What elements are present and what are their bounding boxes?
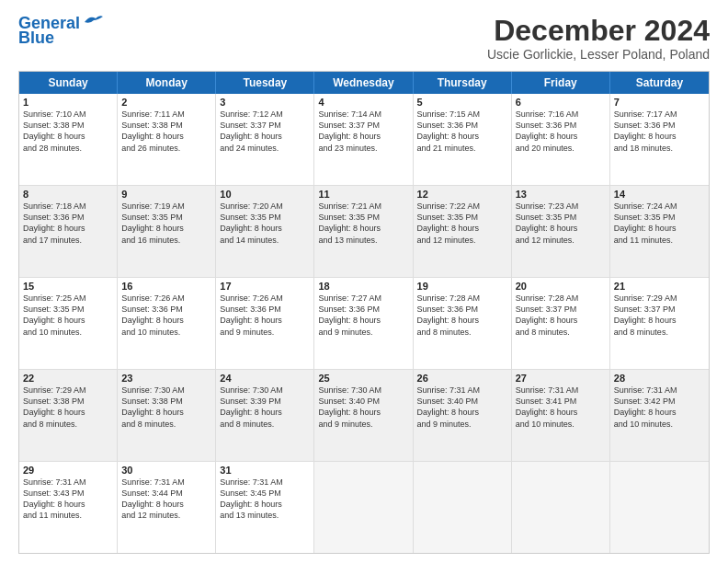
weekday-header-monday: Monday xyxy=(118,72,216,94)
cal-cell-3-2: 16Sunrise: 7:26 AMSunset: 3:36 PMDayligh… xyxy=(118,278,216,369)
calendar-header: SundayMondayTuesdayWednesdayThursdayFrid… xyxy=(19,72,709,94)
cal-cell-2-1: 8Sunrise: 7:18 AMSunset: 3:36 PMDaylight… xyxy=(19,186,118,277)
day-number: 24 xyxy=(220,373,310,384)
cal-cell-2-7: 14Sunrise: 7:24 AMSunset: 3:35 PMDayligh… xyxy=(610,186,709,277)
cal-cell-2-4: 11Sunrise: 7:21 AMSunset: 3:35 PMDayligh… xyxy=(314,186,413,277)
cal-cell-4-6: 27Sunrise: 7:31 AMSunset: 3:41 PMDayligh… xyxy=(512,370,610,461)
cal-cell-3-7: 21Sunrise: 7:29 AMSunset: 3:37 PMDayligh… xyxy=(610,278,709,369)
cal-cell-1-5: 5Sunrise: 7:15 AMSunset: 3:36 PMDaylight… xyxy=(414,94,512,185)
cal-cell-5-2: 30Sunrise: 7:31 AMSunset: 3:44 PMDayligh… xyxy=(118,462,216,553)
day-number: 25 xyxy=(318,373,408,384)
cal-cell-4-1: 22Sunrise: 7:29 AMSunset: 3:38 PMDayligh… xyxy=(19,370,118,461)
cell-info: Sunrise: 7:31 AMSunset: 3:45 PMDaylight:… xyxy=(220,477,310,522)
day-number: 29 xyxy=(23,465,113,476)
day-number: 16 xyxy=(121,281,211,292)
weekday-header-thursday: Thursday xyxy=(414,72,512,94)
day-number: 9 xyxy=(121,189,211,200)
cal-cell-2-5: 12Sunrise: 7:22 AMSunset: 3:35 PMDayligh… xyxy=(414,186,512,277)
day-number: 27 xyxy=(516,373,606,384)
cell-info: Sunrise: 7:30 AMSunset: 3:38 PMDaylight:… xyxy=(121,385,211,430)
calendar-row-2: 8Sunrise: 7:18 AMSunset: 3:36 PMDaylight… xyxy=(19,185,709,277)
weekday-header-saturday: Saturday xyxy=(610,72,709,94)
cell-info: Sunrise: 7:12 AMSunset: 3:37 PMDaylight:… xyxy=(220,109,310,154)
day-number: 19 xyxy=(417,281,507,292)
cell-info: Sunrise: 7:20 AMSunset: 3:35 PMDaylight:… xyxy=(220,201,310,246)
day-number: 5 xyxy=(417,97,507,108)
cell-info: Sunrise: 7:10 AMSunset: 3:38 PMDaylight:… xyxy=(23,109,113,154)
cell-info: Sunrise: 7:15 AMSunset: 3:36 PMDaylight:… xyxy=(417,109,507,154)
weekday-header-friday: Friday xyxy=(512,72,610,94)
cal-cell-1-2: 2Sunrise: 7:11 AMSunset: 3:38 PMDaylight… xyxy=(118,94,216,185)
logo-bird-icon xyxy=(83,13,103,29)
day-number: 22 xyxy=(23,373,113,384)
cal-cell-3-1: 15Sunrise: 7:25 AMSunset: 3:35 PMDayligh… xyxy=(19,278,118,369)
header: General Blue December 2024 Uscie Gorlick… xyxy=(18,15,710,62)
cell-info: Sunrise: 7:31 AMSunset: 3:41 PMDaylight:… xyxy=(516,385,606,430)
cal-cell-1-3: 3Sunrise: 7:12 AMSunset: 3:37 PMDaylight… xyxy=(216,94,314,185)
title-block: December 2024 Uscie Gorlickie, Lesser Po… xyxy=(487,15,710,62)
cal-cell-3-3: 17Sunrise: 7:26 AMSunset: 3:36 PMDayligh… xyxy=(216,278,314,369)
day-number: 30 xyxy=(121,465,211,476)
cal-cell-3-4: 18Sunrise: 7:27 AMSunset: 3:36 PMDayligh… xyxy=(314,278,413,369)
cell-info: Sunrise: 7:11 AMSunset: 3:38 PMDaylight:… xyxy=(121,109,211,154)
cell-info: Sunrise: 7:30 AMSunset: 3:39 PMDaylight:… xyxy=(220,385,310,430)
month-year-title: December 2024 xyxy=(487,15,710,47)
day-number: 31 xyxy=(220,465,310,476)
cell-info: Sunrise: 7:25 AMSunset: 3:35 PMDaylight:… xyxy=(23,293,113,338)
cal-cell-2-2: 9Sunrise: 7:19 AMSunset: 3:35 PMDaylight… xyxy=(118,186,216,277)
day-number: 10 xyxy=(220,189,310,200)
calendar-row-4: 22Sunrise: 7:29 AMSunset: 3:38 PMDayligh… xyxy=(19,369,709,461)
weekday-header-wednesday: Wednesday xyxy=(314,72,413,94)
cal-cell-1-1: 1Sunrise: 7:10 AMSunset: 3:38 PMDaylight… xyxy=(19,94,118,185)
cal-cell-4-5: 26Sunrise: 7:31 AMSunset: 3:40 PMDayligh… xyxy=(414,370,512,461)
cell-info: Sunrise: 7:28 AMSunset: 3:36 PMDaylight:… xyxy=(417,293,507,338)
cell-info: Sunrise: 7:24 AMSunset: 3:35 PMDaylight:… xyxy=(614,201,705,246)
logo: General Blue xyxy=(18,15,103,46)
day-number: 17 xyxy=(220,281,310,292)
calendar: SundayMondayTuesdayWednesdayThursdayFrid… xyxy=(18,71,710,554)
day-number: 3 xyxy=(220,97,310,108)
cal-cell-3-6: 20Sunrise: 7:28 AMSunset: 3:37 PMDayligh… xyxy=(512,278,610,369)
cell-info: Sunrise: 7:31 AMSunset: 3:40 PMDaylight:… xyxy=(417,385,507,430)
cal-cell-4-2: 23Sunrise: 7:30 AMSunset: 3:38 PMDayligh… xyxy=(118,370,216,461)
logo-blue-text: Blue xyxy=(18,29,54,46)
cal-cell-4-4: 25Sunrise: 7:30 AMSunset: 3:40 PMDayligh… xyxy=(314,370,413,461)
cal-cell-5-6 xyxy=(512,462,610,553)
day-number: 15 xyxy=(23,281,113,292)
cal-cell-2-3: 10Sunrise: 7:20 AMSunset: 3:35 PMDayligh… xyxy=(216,186,314,277)
cell-info: Sunrise: 7:31 AMSunset: 3:43 PMDaylight:… xyxy=(23,477,113,522)
cell-info: Sunrise: 7:19 AMSunset: 3:35 PMDaylight:… xyxy=(121,201,211,246)
day-number: 13 xyxy=(516,189,606,200)
cell-info: Sunrise: 7:29 AMSunset: 3:38 PMDaylight:… xyxy=(23,385,113,430)
cell-info: Sunrise: 7:31 AMSunset: 3:44 PMDaylight:… xyxy=(121,477,211,522)
day-number: 23 xyxy=(121,373,211,384)
cal-cell-1-6: 6Sunrise: 7:16 AMSunset: 3:36 PMDaylight… xyxy=(512,94,610,185)
day-number: 1 xyxy=(23,97,113,108)
location-subtitle: Uscie Gorlickie, Lesser Poland, Poland xyxy=(487,47,710,62)
day-number: 21 xyxy=(614,281,705,292)
day-number: 20 xyxy=(516,281,606,292)
calendar-row-1: 1Sunrise: 7:10 AMSunset: 3:38 PMDaylight… xyxy=(19,94,709,185)
weekday-header-sunday: Sunday xyxy=(19,72,118,94)
day-number: 7 xyxy=(614,97,705,108)
cell-info: Sunrise: 7:29 AMSunset: 3:37 PMDaylight:… xyxy=(614,293,705,338)
cell-info: Sunrise: 7:27 AMSunset: 3:36 PMDaylight:… xyxy=(318,293,408,338)
day-number: 8 xyxy=(23,189,113,200)
cal-cell-5-1: 29Sunrise: 7:31 AMSunset: 3:43 PMDayligh… xyxy=(19,462,118,553)
cell-info: Sunrise: 7:17 AMSunset: 3:36 PMDaylight:… xyxy=(614,109,705,154)
day-number: 4 xyxy=(318,97,408,108)
calendar-row-3: 15Sunrise: 7:25 AMSunset: 3:35 PMDayligh… xyxy=(19,277,709,369)
day-number: 26 xyxy=(417,373,507,384)
calendar-row-5: 29Sunrise: 7:31 AMSunset: 3:43 PMDayligh… xyxy=(19,461,709,553)
cal-cell-2-6: 13Sunrise: 7:23 AMSunset: 3:35 PMDayligh… xyxy=(512,186,610,277)
cell-info: Sunrise: 7:30 AMSunset: 3:40 PMDaylight:… xyxy=(318,385,408,430)
cal-cell-5-3: 31Sunrise: 7:31 AMSunset: 3:45 PMDayligh… xyxy=(216,462,314,553)
cal-cell-5-5 xyxy=(414,462,512,553)
day-number: 28 xyxy=(614,373,705,384)
cell-info: Sunrise: 7:18 AMSunset: 3:36 PMDaylight:… xyxy=(23,201,113,246)
cell-info: Sunrise: 7:31 AMSunset: 3:42 PMDaylight:… xyxy=(614,385,705,430)
cell-info: Sunrise: 7:23 AMSunset: 3:35 PMDaylight:… xyxy=(516,201,606,246)
cell-info: Sunrise: 7:22 AMSunset: 3:35 PMDaylight:… xyxy=(417,201,507,246)
day-number: 12 xyxy=(417,189,507,200)
cal-cell-3-5: 19Sunrise: 7:28 AMSunset: 3:36 PMDayligh… xyxy=(414,278,512,369)
